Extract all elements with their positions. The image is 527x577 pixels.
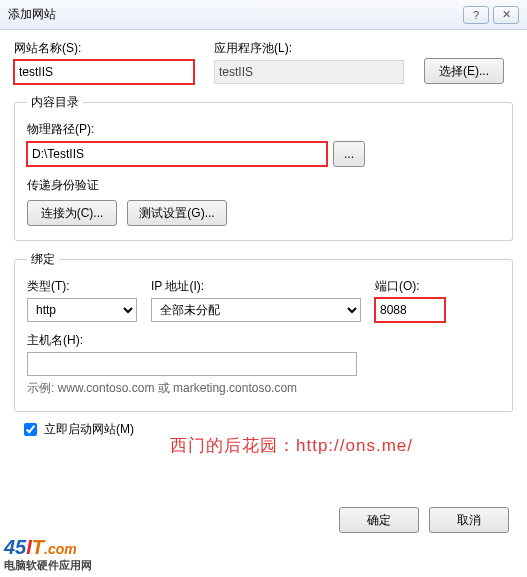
- passthrough-auth-label: 传递身份验证: [27, 177, 500, 194]
- port-label: 端口(O):: [375, 278, 445, 295]
- binding-group: 绑定 类型(T): http IP 地址(I): 全部未分配 端口(O): 主机…: [14, 251, 513, 412]
- type-select[interactable]: http: [27, 298, 137, 322]
- site-name-label: 网站名称(S):: [14, 40, 194, 57]
- apppool-label: 应用程序池(L):: [214, 40, 404, 57]
- watermark-text: 西门的后花园：http://ons.me/: [170, 434, 413, 457]
- physical-path-input[interactable]: [27, 142, 327, 166]
- physical-path-label: 物理路径(P):: [27, 121, 500, 138]
- hostname-label: 主机名(H):: [27, 332, 500, 349]
- close-button[interactable]: ✕: [493, 6, 519, 24]
- type-label: 类型(T):: [27, 278, 137, 295]
- cancel-button[interactable]: 取消: [429, 507, 509, 533]
- start-now-label: 立即启动网站(M): [44, 421, 134, 438]
- ip-select[interactable]: 全部未分配: [151, 298, 361, 322]
- logo-text: 45IT.com: [4, 538, 92, 558]
- logo-subtitle: 电脑软硬件应用网: [4, 558, 92, 573]
- dialog-content: 网站名称(S): 应用程序池(L): testIIS 选择(E)... 内容目录…: [0, 30, 527, 439]
- browse-path-button[interactable]: ...: [333, 141, 365, 167]
- site-logo: 45IT.com 电脑软硬件应用网: [4, 538, 92, 573]
- ok-button[interactable]: 确定: [339, 507, 419, 533]
- hostname-input[interactable]: [27, 352, 357, 376]
- apppool-value: testIIS: [214, 60, 404, 84]
- site-name-input[interactable]: [14, 60, 194, 84]
- titlebar: 添加网站 ? ✕: [0, 0, 527, 30]
- content-directory-group: 内容目录 物理路径(P): ... 传递身份验证 连接为(C)... 测试设置(…: [14, 94, 513, 241]
- select-apppool-button[interactable]: 选择(E)...: [424, 58, 504, 84]
- help-button[interactable]: ?: [463, 6, 489, 24]
- port-input[interactable]: [375, 298, 445, 322]
- connect-as-button[interactable]: 连接为(C)...: [27, 200, 117, 226]
- start-now-checkbox[interactable]: [24, 423, 37, 436]
- hostname-example: 示例: www.contoso.com 或 marketing.contoso.…: [27, 380, 500, 397]
- ip-label: IP 地址(I):: [151, 278, 361, 295]
- test-settings-button[interactable]: 测试设置(G)...: [127, 200, 227, 226]
- binding-legend: 绑定: [27, 251, 59, 268]
- footer-buttons: 确定 取消: [339, 507, 509, 533]
- content-directory-legend: 内容目录: [27, 94, 83, 111]
- window-title: 添加网站: [8, 6, 459, 23]
